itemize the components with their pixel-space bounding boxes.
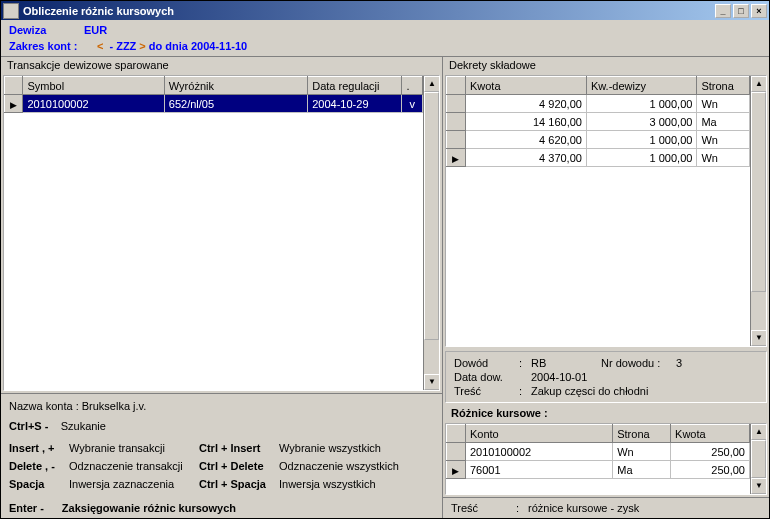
range-prev-icon[interactable]: < bbox=[97, 40, 103, 52]
footer-value: różnice kursowe - zysk bbox=[528, 502, 639, 514]
scroll-thumb[interactable] bbox=[751, 440, 766, 478]
hotkey-key: Insert , + bbox=[9, 442, 69, 454]
table-row[interactable]: 2010100002Wn250,00 bbox=[447, 443, 750, 461]
row-header-col bbox=[447, 425, 466, 443]
meta-value: RB bbox=[531, 357, 601, 369]
col-strona[interactable]: Strona bbox=[613, 425, 671, 443]
row-marker-icon: ▶ bbox=[452, 466, 459, 476]
app-icon bbox=[3, 3, 19, 19]
scrollbar[interactable]: ▲ ▼ bbox=[750, 424, 766, 494]
scroll-down-icon[interactable]: ▼ bbox=[751, 330, 767, 346]
scroll-thumb[interactable] bbox=[424, 92, 439, 340]
hotkey-desc: Inwersja wszystkich bbox=[279, 478, 419, 490]
col-flag[interactable]: . bbox=[402, 77, 423, 95]
meta-label: Data dow. bbox=[454, 371, 519, 383]
scroll-down-icon[interactable]: ▼ bbox=[424, 374, 440, 390]
table-row[interactable]: 4 920,001 000,00Wn bbox=[447, 95, 750, 113]
table-row[interactable]: 14 160,003 000,00Ma bbox=[447, 113, 750, 131]
hotkey-key: Enter - bbox=[9, 502, 44, 514]
minimize-button[interactable]: _ bbox=[715, 4, 731, 18]
header-info: Dewiza EUR Zakres kont : < - ZZZ > do dn… bbox=[1, 20, 769, 57]
account-name: Nazwa konta : Brukselka j.v. bbox=[9, 398, 434, 414]
hotkey-desc: Inwersja zaznaczenia bbox=[69, 478, 199, 490]
range-value: - ZZZ bbox=[109, 40, 136, 52]
row-marker-icon: ▶ bbox=[10, 100, 17, 110]
footer-row: Treść : różnice kursowe - zysk bbox=[443, 497, 769, 518]
col-data[interactable]: Data regulacji bbox=[308, 77, 402, 95]
table-row[interactable]: ▶ 2010100002 652/nl/05 2004-10-29 v bbox=[5, 95, 423, 113]
hotkey-key: Ctrl + Insert bbox=[199, 442, 279, 454]
scroll-up-icon[interactable]: ▲ bbox=[751, 424, 767, 440]
window-title: Obliczenie różnic kursowych bbox=[23, 5, 715, 17]
col-strona[interactable]: Strona bbox=[697, 77, 750, 95]
table-row[interactable]: ▶76001Ma250,00 bbox=[447, 461, 750, 479]
decrees-label: Dekrety składowe bbox=[443, 57, 769, 73]
close-button[interactable]: × bbox=[751, 4, 767, 18]
meta-value: 2004-10-01 bbox=[531, 371, 758, 383]
hotkey-desc: Odznaczenie wszystkich bbox=[279, 460, 419, 472]
hotkey-desc: Odznaczenie transakcji bbox=[69, 460, 199, 472]
maximize-button[interactable]: □ bbox=[733, 4, 749, 18]
hotkey-key: Ctrl + Delete bbox=[199, 460, 279, 472]
row-header-col bbox=[447, 77, 466, 95]
hotkey-key: Ctrl + Spacja bbox=[199, 478, 279, 490]
meta-box: Dowód : RB Nr dowodu : 3 Data dow. 2004-… bbox=[445, 351, 767, 403]
scroll-down-icon[interactable]: ▼ bbox=[751, 478, 767, 494]
col-wyroznik[interactable]: Wyróżnik bbox=[164, 77, 307, 95]
meta-label: Nr dowodu : bbox=[601, 357, 676, 369]
meta-value: 3 bbox=[676, 357, 682, 369]
meta-value: Zakup częsci do chłodni bbox=[531, 385, 758, 397]
table-row[interactable]: 4 620,001 000,00Wn bbox=[447, 131, 750, 149]
hotkey-key: Spacja bbox=[9, 478, 69, 490]
range-label: Zakres kont : bbox=[9, 40, 91, 52]
scroll-up-icon[interactable]: ▲ bbox=[751, 76, 767, 92]
row-header-col bbox=[5, 77, 23, 95]
footer-label: Treść bbox=[451, 502, 516, 514]
transactions-grid[interactable]: Symbol Wyróżnik Data regulacji . ▶ 20101… bbox=[3, 75, 440, 391]
scrollbar[interactable]: ▲ ▼ bbox=[423, 76, 439, 390]
cell-data: 2004-10-29 bbox=[308, 95, 402, 113]
hotkey-desc: Zaksięgowanie różnic kursowych bbox=[62, 502, 236, 514]
col-symbol[interactable]: Symbol bbox=[23, 77, 164, 95]
col-kwota[interactable]: Kwota bbox=[671, 425, 750, 443]
titlebar: Obliczenie różnic kursowych _ □ × bbox=[1, 1, 769, 20]
col-konto[interactable]: Konto bbox=[465, 425, 612, 443]
differences-grid[interactable]: Konto Strona Kwota 2010100002Wn250,00 ▶7… bbox=[445, 423, 767, 495]
scroll-thumb[interactable] bbox=[751, 92, 766, 292]
hotkey-key: Delete , - bbox=[9, 460, 69, 472]
hotkey-desc: Wybranie transakcji bbox=[69, 442, 199, 454]
scroll-up-icon[interactable]: ▲ bbox=[424, 76, 440, 92]
currency-value: EUR bbox=[84, 24, 107, 36]
col-kwota[interactable]: Kwota bbox=[465, 77, 586, 95]
hotkey-desc: Wybranie wszystkich bbox=[279, 442, 419, 454]
until-label: do dnia 2004-11-10 bbox=[149, 40, 247, 52]
scrollbar[interactable]: ▲ ▼ bbox=[750, 76, 766, 346]
hotkey-desc: Szukanie bbox=[61, 420, 106, 432]
hotkey-key: Ctrl+S - bbox=[9, 420, 48, 432]
row-marker-icon: ▶ bbox=[452, 154, 459, 164]
col-kwdewizy[interactable]: Kw.-dewizy bbox=[586, 77, 696, 95]
table-row[interactable]: ▶4 370,001 000,00Wn bbox=[447, 149, 750, 167]
cell-flag: v bbox=[402, 95, 423, 113]
cell-wyroznik: 652/nl/05 bbox=[164, 95, 307, 113]
decrees-grid[interactable]: Kwota Kw.-dewizy Strona 4 920,001 000,00… bbox=[445, 75, 767, 347]
transactions-label: Transakcje dewizowe sparowane bbox=[1, 57, 442, 73]
meta-label: Treść bbox=[454, 385, 519, 397]
differences-label: Różnice kursowe : bbox=[443, 405, 769, 421]
meta-label: Dowód bbox=[454, 357, 519, 369]
cell-symbol: 2010100002 bbox=[23, 95, 164, 113]
currency-label: Dewiza bbox=[9, 24, 84, 36]
account-section: Nazwa konta : Brukselka j.v. Ctrl+S - Sz… bbox=[1, 393, 442, 518]
chevron-right-icon: > bbox=[139, 40, 145, 52]
